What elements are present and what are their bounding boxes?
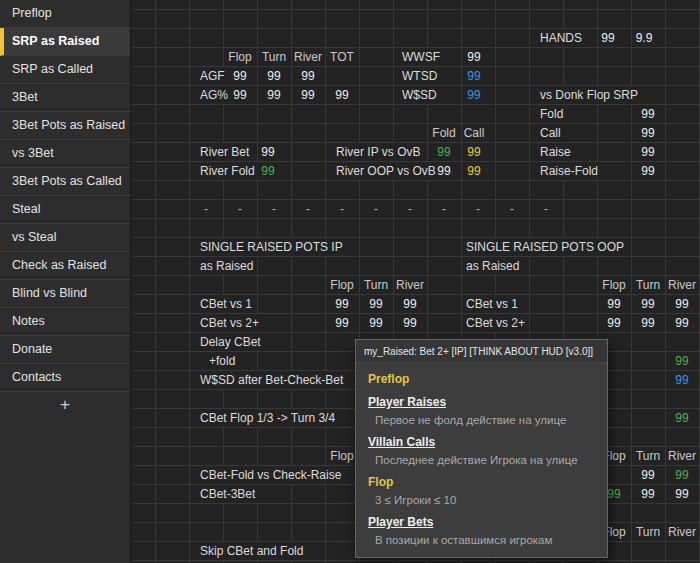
donk-call-label: Call	[537, 124, 564, 142]
river-ip-vs-ovb-label: River IP vs OvB	[333, 143, 423, 161]
tooltip-desc-line: Первое не фолд действие на улице	[368, 414, 595, 426]
oop-header2-river: River	[668, 447, 696, 465]
separator-dash: -	[544, 200, 548, 218]
oop-delay-fold-value: 99	[675, 352, 688, 370]
hands-count: 99	[601, 29, 614, 47]
call-col-header: Call	[464, 124, 485, 142]
separator-dash: -	[476, 200, 480, 218]
hands-label: HANDS	[537, 29, 585, 47]
ip-cbet-vs-1-turn: 99	[369, 295, 382, 313]
oop-cbet-vs-2plus-label: CBet vs 2+	[463, 314, 528, 332]
ip-cbet-vs-2plus-flop: 99	[335, 314, 348, 332]
oop-header-river: River	[668, 276, 696, 294]
wsd-value: 99	[467, 86, 480, 104]
oop-cbet-3bet-river: 99	[675, 485, 688, 503]
srp-ip-subtitle: as Raised	[197, 257, 256, 275]
agf-label: AGF	[197, 67, 228, 85]
donk-raise-value: 99	[641, 143, 654, 161]
separator-dash: -	[442, 200, 446, 218]
tooltip-head-line: Player Bets	[368, 515, 595, 529]
oop-cbet-fold-vs-check-raise-river: 99	[675, 466, 688, 484]
oop-cbet-vs-1-flop: 99	[607, 295, 620, 313]
separator-dash: -	[408, 200, 412, 218]
oop-cbet-vs-2plus-turn: 99	[641, 314, 654, 332]
wtsd-label: WTSD	[399, 67, 440, 85]
ip-delay-cbet-fold-label: +fold	[206, 352, 238, 370]
oop-cbet-vs-1-turn: 99	[641, 295, 654, 313]
donk-raise-fold-value: 99	[641, 162, 654, 180]
oop-cbet-flop-third-turn-threequarters-value: 99	[675, 409, 688, 427]
col-header-river: River	[294, 48, 322, 66]
river-fold-value: 99	[261, 162, 274, 180]
agf-river: 99	[301, 67, 314, 85]
oop-cbet-vs-1-river: 99	[675, 295, 688, 313]
donk-fold-label: Fold	[537, 105, 566, 123]
donk-fold-value: 99	[641, 105, 654, 123]
oop-cbet-vs-2plus-river: 99	[675, 314, 688, 332]
tooltip-street-line: Flop	[368, 475, 595, 489]
cbet-fold-vs-check-raise-label: CBet-Fold vs Check-Raise	[197, 466, 344, 484]
ip-header-flop: Flop	[330, 276, 353, 294]
col-header-tot: TOT	[330, 48, 354, 66]
separator-dash: -	[272, 200, 276, 218]
agf-flop: 99	[233, 67, 246, 85]
ip-header2-flop: Flop	[330, 447, 353, 465]
tooltip-desc-line: 3 ≤ Игроки ≤ 10	[368, 494, 595, 506]
ip-cbet-vs-1-river: 99	[403, 295, 416, 313]
col-header-flop: Flop	[228, 48, 251, 66]
ip-cbet-vs-1-label: CBet vs 1	[197, 295, 255, 313]
river-bet-value: 99	[261, 143, 274, 161]
bottom-header-river: River	[668, 523, 696, 541]
wwsf-label: WWSF	[399, 48, 443, 66]
stat-tooltip: my_Raised: Bet 2+ [IP] [THINK ABOUT HUD …	[355, 339, 608, 558]
river-oop-vs-ovb-call: 99	[467, 162, 480, 180]
oop-header-turn: Turn	[636, 276, 660, 294]
agpct-tot: 99	[335, 86, 348, 104]
tooltip-head-line: Villain Calls	[368, 435, 595, 449]
separator-dash: -	[238, 200, 242, 218]
oop-cbet-3bet-turn: 99	[641, 485, 654, 503]
agpct-flop: 99	[233, 86, 246, 104]
ip-cbet-vs-1-flop: 99	[335, 295, 348, 313]
donk-raise-label: Raise	[537, 143, 574, 161]
col-header-turn: Turn	[262, 48, 286, 66]
ip-header-river: River	[396, 276, 424, 294]
river-oop-vs-ovb-fold: 99	[437, 162, 450, 180]
agpct-label: AG%	[197, 86, 231, 104]
separator-dash: -	[374, 200, 378, 218]
separator-dash: -	[204, 200, 208, 218]
cbet-3bet-label: CBet-3Bet	[197, 485, 258, 503]
ip-delay-cbet-label: Delay CBet	[197, 333, 264, 351]
separator-dash: -	[306, 200, 310, 218]
skip-cbet-and-fold-label: Skip CBet and Fold	[197, 542, 306, 560]
oop-cbet-vs-1-label: CBet vs 1	[463, 295, 521, 313]
srp-oop-title: SINGLE RAISED POTS OOP	[463, 238, 627, 256]
river-ip-vs-ovb-call: 99	[467, 143, 480, 161]
river-fold-label: River Fold	[197, 162, 258, 180]
bottom-header-turn: Turn	[636, 523, 660, 541]
ip-header-turn: Turn	[364, 276, 388, 294]
oop-header-flop: Flop	[602, 276, 625, 294]
tooltip-body: PreflopPlayer RaisesПервое не фолд дейст…	[356, 372, 607, 546]
oop-wsd-after-bet-check-bet-value: 99	[675, 371, 688, 389]
hands-rate: 9.9	[636, 29, 653, 47]
agf-turn: 99	[267, 67, 280, 85]
ip-cbet-vs-2plus-river: 99	[403, 314, 416, 332]
donk-call-value: 99	[641, 124, 654, 142]
oop-cbet-fold-vs-check-raise-turn: 99	[641, 466, 654, 484]
hud-popup-editor: PreflopSRP as RaisedSRP as Called3Bet3Be…	[0, 0, 700, 563]
separator-dash: -	[510, 200, 514, 218]
river-bet-label: River Bet	[197, 143, 252, 161]
tooltip-head-line: Player Raises	[368, 395, 595, 409]
ip-wsd-after-bet-check-bet-label: W$SD after Bet-Check-Bet	[197, 371, 346, 389]
agpct-turn: 99	[267, 86, 280, 104]
ip-cbet-flop-third-turn-threequarters-label: CBet Flop 1/3 -> Turn 3/4	[197, 409, 338, 427]
tooltip-desc-line: Последнее действие Игрока на улице	[368, 454, 595, 466]
srp-ip-title: SINGLE RAISED POTS IP	[197, 238, 346, 256]
oop-cbet-3bet-flop: 99	[607, 485, 620, 503]
oop-cbet-vs-2plus-flop: 99	[607, 314, 620, 332]
srp-oop-subtitle: as Raised	[463, 257, 522, 275]
vs-donk-flop-srp-title: vs Donk Flop SRP	[537, 86, 641, 104]
tooltip-street-line: Preflop	[368, 372, 595, 386]
tooltip-desc-line: В позиции к оставшимся игрокам	[368, 534, 595, 546]
